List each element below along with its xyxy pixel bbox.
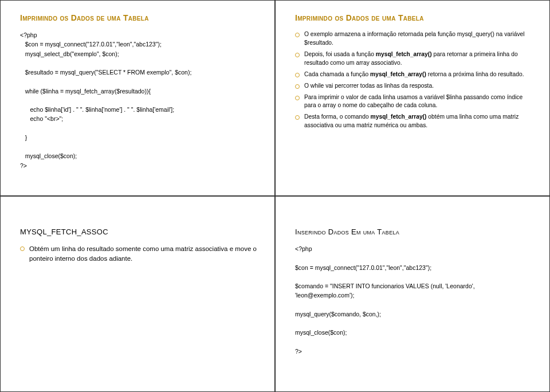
slide-title: Imprimindo os Dados de uma Tabela xyxy=(295,13,535,22)
slide-title: Inserindo Dados Em uma Tabela xyxy=(295,228,535,236)
list-item: O while vai percorrer todas as linhas da… xyxy=(295,82,535,91)
bullet-list: Obtém um linha do resultado somente como… xyxy=(20,244,260,263)
list-item: Desta forma, o comando mysql_fetch_array… xyxy=(295,113,535,130)
slide-title: Imprimindo os Dados de uma Tabela xyxy=(20,13,260,22)
list-item: Cada chamada a função mysql_fetch_array(… xyxy=(295,70,535,79)
slide-top-right: Imprimindo os Dados de uma Tabela O exem… xyxy=(275,0,550,196)
slide-top-left: Imprimindo os Dados de uma Tabela <?php … xyxy=(0,0,275,196)
list-item: Obtém um linha do resultado somente como… xyxy=(20,244,260,263)
code-block: <?php $con = mysql_connect("127.0.01","l… xyxy=(20,30,260,170)
bullet-list: O exemplo armazena a informação retornad… xyxy=(295,30,535,130)
list-item: O exemplo armazena a informação retornad… xyxy=(295,30,535,48)
code-block: <?php $con = mysql_connect("127.0.01","l… xyxy=(295,244,535,356)
slide-bottom-right: Inserindo Dados Em uma Tabela <?php $con… xyxy=(275,196,550,392)
slide-bottom-left: MYSQL_FETCH_ASSOC Obtém um linha do resu… xyxy=(0,196,275,392)
list-item: Para imprimir o valor de cada linha usam… xyxy=(295,93,535,111)
list-item: Depois, foi usada a função mysql_fetch_a… xyxy=(295,50,535,68)
slide-title: MYSQL_FETCH_ASSOC xyxy=(20,228,260,236)
slide-grid: Imprimindo os Dados de uma Tabela <?php … xyxy=(0,0,550,392)
